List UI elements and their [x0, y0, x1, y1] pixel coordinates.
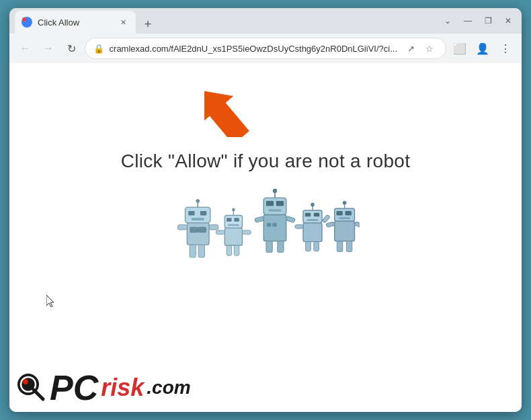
watermark-pc: PC: [50, 370, 98, 405]
pcrisk-logo-icon: [16, 372, 47, 403]
svg-rect-48: [295, 224, 303, 228]
svg-rect-2: [190, 227, 198, 232]
url-text: cramlexad.com/fAlE2dnU_xs1PS5ieOwzDsUyCs…: [110, 44, 397, 54]
svg-line-64: [34, 390, 43, 399]
svg-rect-11: [198, 245, 204, 257]
extensions-button[interactable]: ⬜: [449, 38, 471, 59]
svg-rect-23: [216, 230, 224, 235]
svg-rect-29: [266, 201, 274, 206]
svg-rect-14: [224, 228, 242, 245]
svg-rect-21: [227, 245, 231, 255]
svg-rect-13: [209, 224, 218, 229]
tabs-area: Click Allow ✕ +: [15, 8, 440, 34]
svg-rect-33: [272, 223, 277, 227]
cursor-icon: [46, 295, 54, 307]
svg-rect-44: [307, 219, 319, 221]
share-icon[interactable]: ↗: [403, 40, 419, 56]
address-bar[interactable]: 🔒 cramlexad.com/fAlE2dnU_xs1PS5ieOwzDsUy…: [85, 38, 446, 59]
svg-rect-47: [322, 214, 330, 223]
svg-rect-9: [192, 218, 204, 220]
watermark: PC risk .com: [16, 370, 191, 405]
tab-favicon: [22, 17, 32, 28]
svg-rect-32: [267, 223, 272, 227]
menu-button[interactable]: ⋮: [495, 38, 516, 59]
svg-rect-19: [234, 218, 239, 222]
svg-rect-43: [314, 213, 319, 217]
svg-rect-3: [198, 227, 206, 232]
tab-title: Click Allow: [38, 17, 112, 28]
tab-menu-button[interactable]: ⌄: [440, 13, 456, 29]
svg-rect-59: [326, 222, 335, 228]
svg-rect-18: [227, 218, 231, 222]
svg-rect-10: [190, 245, 196, 257]
address-bar-icons: ↗ ☆: [403, 40, 438, 56]
watermark-com: .com: [147, 378, 190, 397]
profile-button[interactable]: 👤: [472, 38, 493, 59]
window-controls: ⌄ — ❐ ✕: [440, 13, 516, 29]
close-button[interactable]: ✕: [500, 13, 516, 29]
svg-rect-56: [337, 241, 342, 252]
svg-rect-24: [242, 230, 251, 235]
svg-rect-20: [228, 224, 239, 226]
tab-close-button[interactable]: ✕: [117, 16, 129, 28]
svg-point-17: [232, 208, 235, 212]
svg-rect-53: [336, 211, 342, 216]
svg-rect-34: [266, 241, 272, 253]
watermark-risk: risk: [101, 376, 144, 400]
svg-point-52: [343, 201, 347, 205]
nav-bar: ← → ↻ 🔒 cramlexad.com/fAlE2dnU_xs1PS5ieO…: [9, 34, 522, 63]
robots-svg: [171, 185, 360, 273]
svg-marker-0: [204, 78, 257, 137]
svg-rect-46: [314, 242, 319, 251]
svg-rect-45: [306, 242, 311, 251]
svg-rect-1: [187, 223, 209, 245]
svg-rect-55: [339, 217, 350, 219]
arrow-container: [204, 70, 265, 140]
robots-illustration: [171, 185, 360, 273]
arrow-icon: [204, 70, 265, 137]
maximize-button[interactable]: ❐: [480, 13, 496, 29]
title-bar: Click Allow ✕ + ⌄ — ❐ ✕: [9, 8, 522, 34]
back-button[interactable]: ←: [15, 38, 36, 59]
svg-rect-12: [177, 224, 187, 229]
bookmark-icon[interactable]: ☆: [421, 40, 438, 56]
forward-button[interactable]: →: [38, 38, 59, 59]
svg-marker-60: [46, 295, 54, 307]
minimize-button[interactable]: —: [460, 13, 476, 29]
svg-rect-54: [345, 211, 352, 216]
svg-rect-22: [234, 245, 239, 255]
active-tab[interactable]: Click Allow ✕: [15, 11, 136, 34]
svg-rect-26: [263, 198, 286, 214]
svg-rect-30: [276, 201, 284, 206]
svg-rect-57: [346, 241, 352, 252]
refresh-button[interactable]: ↻: [61, 38, 82, 59]
svg-rect-35: [278, 241, 284, 253]
svg-rect-7: [188, 211, 194, 216]
new-tab-button[interactable]: +: [138, 15, 157, 34]
svg-point-28: [273, 189, 278, 194]
svg-point-63: [23, 379, 28, 384]
svg-rect-42: [305, 213, 311, 217]
lock-icon: 🔒: [93, 44, 104, 54]
svg-rect-31: [269, 209, 282, 212]
svg-point-41: [311, 203, 315, 207]
main-content-text: Click "Allow" if you are not a robot: [121, 151, 411, 172]
svg-rect-36: [255, 216, 264, 223]
svg-rect-8: [200, 211, 206, 216]
svg-rect-25: [263, 215, 286, 241]
svg-point-6: [196, 199, 200, 203]
svg-rect-37: [286, 216, 296, 223]
nav-right-icons: ⬜ 👤 ⋮: [449, 38, 516, 59]
browser-window: Click Allow ✕ + ⌄ — ❐ ✕ ← → ↻ 🔒 cramlexa…: [9, 8, 522, 412]
svg-rect-49: [335, 221, 355, 241]
svg-rect-38: [303, 223, 322, 242]
content-area: Click "Allow" if you are not a robot: [9, 63, 522, 412]
